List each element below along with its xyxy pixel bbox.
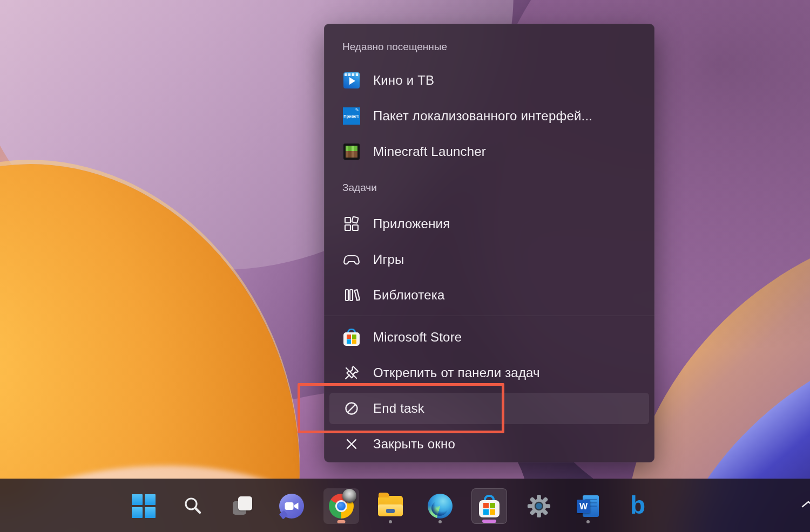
menu-item-label: Кино и ТВ [373, 73, 434, 88]
chrome-profile-avatar [342, 489, 356, 503]
menu-item-language-pack[interactable]: Привет! Пакет локализованного интерфей..… [324, 98, 654, 134]
taskbar-item-file-explorer[interactable] [373, 488, 408, 524]
search-icon [181, 494, 205, 518]
bing-icon: b [630, 493, 645, 517]
menu-item-label: Пакет локализованного интерфей... [373, 108, 592, 124]
menu-item-label: Библиотека [373, 288, 445, 303]
taskbar-item-task-view[interactable] [225, 488, 260, 524]
running-indicator [389, 520, 392, 523]
menu-item-microsoft-store[interactable]: Microsoft Store [324, 319, 654, 355]
movies-tv-icon [343, 72, 360, 88]
taskbar-item-start[interactable] [126, 488, 161, 524]
video-camera-icon [285, 501, 299, 511]
taskbar-item-chrome[interactable] [323, 488, 359, 524]
section-header-tasks: Задачи [324, 169, 654, 206]
section-header-recent: Недавно посещенные [324, 31, 654, 63]
taskbar-item-bing[interactable]: b [620, 488, 656, 524]
running-indicator [338, 520, 346, 523]
windows-start-icon [132, 494, 156, 518]
menu-item-label: End task [373, 401, 424, 416]
word-icon-letter: W [579, 502, 588, 511]
gear-icon [526, 494, 551, 519]
apps-icon [342, 215, 361, 233]
menu-item-label: Microsoft Store [373, 330, 462, 345]
games-icon [342, 250, 361, 269]
taskbar: W b [0, 479, 810, 532]
menu-item-apps[interactable]: Приложения [324, 206, 654, 242]
chat-icon [279, 494, 304, 519]
menu-item-library[interactable]: Библиотека [324, 277, 654, 313]
running-indicator [586, 520, 590, 523]
menu-item-label: Приложения [373, 216, 450, 231]
edge-icon [428, 494, 453, 519]
word-icon: W [576, 494, 600, 519]
taskbar-item-edge[interactable] [422, 488, 458, 524]
store-icon [343, 328, 360, 346]
menu-item-minecraft-launcher[interactable]: Minecraft Launcher [324, 134, 654, 169]
menu-item-end-task[interactable]: End task [324, 391, 654, 426]
menu-item-label: Открепить от панели задач [373, 365, 540, 380]
minecraft-icon [343, 144, 360, 160]
menu-item-label: Закрыть окно [373, 436, 455, 452]
language-pack-icon-text: Привет! [343, 114, 359, 119]
taskbar-item-chat[interactable] [274, 488, 309, 524]
tray-chevron-up-icon[interactable] [800, 500, 810, 509]
active-window-indicator [482, 520, 496, 523]
library-icon [342, 287, 361, 304]
end-task-icon [342, 400, 361, 417]
running-indicator [438, 520, 442, 523]
close-icon [342, 436, 361, 452]
menu-item-unpin-from-taskbar[interactable]: Открепить от панели задач [324, 355, 654, 391]
menu-item-close-window[interactable]: Закрыть окно [324, 426, 654, 462]
taskbar-item-microsoft-store[interactable] [471, 488, 507, 524]
menu-item-label: Игры [373, 252, 404, 267]
menu-separator [324, 313, 654, 319]
language-pack-icon: Привет! [343, 107, 360, 125]
taskbar-item-search[interactable] [175, 488, 211, 524]
jumplist-context-menu: Недавно посещенные Кино и ТВ Привет! Пак… [324, 24, 654, 462]
menu-item-movies-tv[interactable]: Кино и ТВ [324, 63, 654, 98]
taskbar-item-word[interactable]: W [570, 488, 606, 524]
chrome-icon [329, 494, 354, 519]
unpin-icon [342, 364, 361, 381]
task-view-icon [231, 494, 254, 518]
menu-item-games[interactable]: Игры [324, 242, 654, 277]
menu-item-label: Minecraft Launcher [373, 144, 486, 159]
file-explorer-icon [378, 496, 403, 516]
microsoft-store-icon [477, 494, 501, 519]
taskbar-item-settings[interactable] [521, 488, 557, 524]
